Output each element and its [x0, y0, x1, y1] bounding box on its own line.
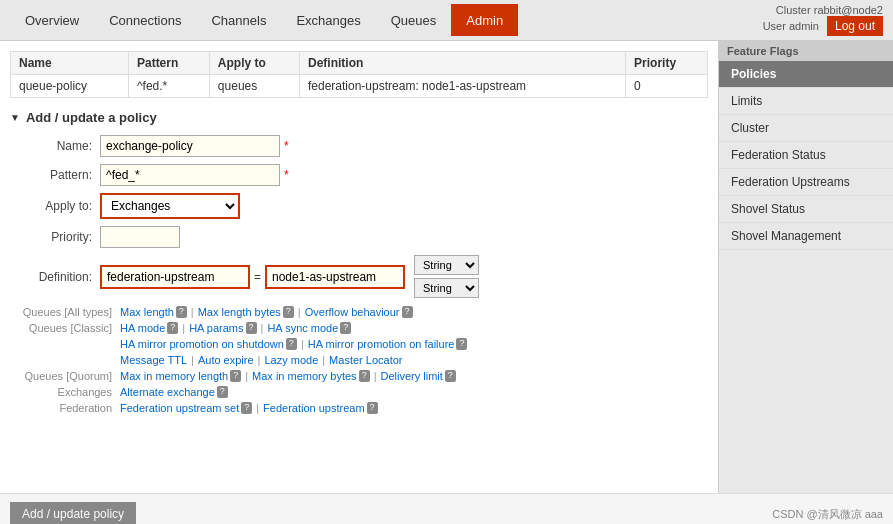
cell-priority: 0	[626, 75, 708, 98]
hint-max-in-memory-bytes[interactable]: Max in memory bytes	[252, 370, 357, 382]
hint-federation-upstream[interactable]: Federation upstream	[263, 402, 365, 414]
priority-row: Priority:	[10, 226, 708, 248]
hint-alternate-exchange[interactable]: Alternate exchange	[120, 386, 215, 398]
hint-cat-federation: Federation	[10, 402, 120, 414]
q-ha-params[interactable]: ?	[246, 322, 257, 334]
hint-links-classic-3: Message TTL | Auto expire | Lazy mode | …	[120, 354, 402, 366]
hint-row-quorum: Queues [Quorum] Max in memory length? | …	[10, 370, 708, 382]
hint-links-classic-2: HA mirror promotion on shutdown? | HA mi…	[120, 338, 467, 350]
hint-links-exchanges: Alternate exchange?	[120, 386, 228, 398]
sidebar-item-limits[interactable]: Limits	[719, 88, 893, 115]
hint-overflow-behaviour[interactable]: Overflow behaviour	[305, 306, 400, 318]
cell-definition: federation-upstream: node1-as-upstream	[300, 75, 626, 98]
name-input[interactable]	[100, 135, 280, 157]
sidebar-item-shovel-management[interactable]: Shovel Management	[719, 223, 893, 250]
col-pattern: Pattern	[128, 52, 209, 75]
tab-exchanges[interactable]: Exchanges	[281, 4, 375, 36]
tab-overview[interactable]: Overview	[10, 4, 94, 36]
hint-ha-mirror-failure[interactable]: HA mirror promotion on failure	[308, 338, 455, 350]
content-area: Name Pattern Apply to Definition Priorit…	[0, 41, 718, 493]
hint-row-federation: Federation Federation upstream set? | Fe…	[10, 402, 708, 414]
name-required: *	[284, 139, 289, 153]
col-priority: Priority	[626, 52, 708, 75]
pattern-input[interactable]	[100, 164, 280, 186]
main-layout: Name Pattern Apply to Definition Priorit…	[0, 41, 893, 493]
apply-to-label: Apply to:	[10, 199, 100, 213]
apply-to-row: Apply to: Exchanges Queues All	[10, 193, 708, 219]
cell-pattern: ^fed.*	[128, 75, 209, 98]
tab-admin[interactable]: Admin	[451, 4, 518, 36]
hint-ha-mode[interactable]: HA mode	[120, 322, 165, 334]
cell-name: queue-policy	[11, 75, 129, 98]
hint-auto-expire[interactable]: Auto expire	[198, 354, 254, 366]
hint-links-queues-all: Max length? | Max length bytes? | Overfl…	[120, 306, 413, 318]
hint-cat-classic: Queues [Classic]	[10, 322, 120, 334]
sidebar-item-policies[interactable]: Policies	[719, 61, 893, 88]
q-ha-mirror-failure[interactable]: ?	[456, 338, 467, 350]
top-bar: Overview Connections Channels Exchanges …	[0, 0, 893, 41]
definition-value-input[interactable]	[265, 265, 405, 289]
definition-label: Definition:	[10, 270, 100, 284]
col-definition: Definition	[300, 52, 626, 75]
cluster-info: Cluster rabbit@node2 User admin Log out	[763, 0, 883, 40]
hint-max-in-memory-length[interactable]: Max in memory length	[120, 370, 228, 382]
policy-table: Name Pattern Apply to Definition Priorit…	[10, 51, 708, 98]
user-info: User admin Log out	[763, 16, 883, 36]
hint-row-classic-1: Queues [Classic] HA mode? | HA params? |…	[10, 322, 708, 334]
hint-message-ttl[interactable]: Message TTL	[120, 354, 187, 366]
apply-to-select[interactable]: Exchanges Queues All	[100, 193, 240, 219]
col-applyto: Apply to	[209, 52, 299, 75]
hint-max-length-bytes[interactable]: Max length bytes	[198, 306, 281, 318]
hint-lazy-mode[interactable]: Lazy mode	[264, 354, 318, 366]
q-alternate-exchange[interactable]: ?	[217, 386, 228, 398]
hint-links-quorum: Max in memory length? | Max in memory by…	[120, 370, 456, 382]
q-ha-mirror-shutdown[interactable]: ?	[286, 338, 297, 350]
hint-max-length[interactable]: Max length	[120, 306, 174, 318]
col-name: Name	[11, 52, 129, 75]
q-overflow-behaviour[interactable]: ?	[402, 306, 413, 318]
hint-row-queues-all: Queues [All types] Max length? | Max len…	[10, 306, 708, 318]
hint-delivery-limit[interactable]: Delivery limit	[381, 370, 443, 382]
nav-tabs: Overview Connections Channels Exchanges …	[10, 4, 518, 36]
section-title: Add / update a policy	[26, 110, 157, 125]
q-max-in-memory-length[interactable]: ?	[230, 370, 241, 382]
hints-section: Queues [All types] Max length? | Max len…	[10, 306, 708, 414]
logout-button[interactable]: Log out	[827, 16, 883, 36]
definition-key-input[interactable]	[100, 265, 250, 289]
watermark: CSDN @清风微凉 aaa	[772, 507, 883, 522]
sidebar-item-cluster[interactable]: Cluster	[719, 115, 893, 142]
cell-applyto: queues	[209, 75, 299, 98]
sidebar-item-federation-status[interactable]: Federation Status	[719, 142, 893, 169]
q-max-length-bytes[interactable]: ?	[283, 306, 294, 318]
hint-ha-params[interactable]: HA params	[189, 322, 243, 334]
name-label: Name:	[10, 139, 100, 153]
q-ha-mode[interactable]: ?	[167, 322, 178, 334]
def-type-select-2[interactable]: String Number Boolean List	[414, 278, 479, 298]
sidebar-item-shovel-status[interactable]: Shovel Status	[719, 196, 893, 223]
bottom-bar: Add / update policy CSDN @清风微凉 aaa	[0, 493, 893, 524]
priority-label: Priority:	[10, 230, 100, 244]
cluster-name: Cluster rabbit@node2	[763, 4, 883, 16]
tab-channels[interactable]: Channels	[196, 4, 281, 36]
hint-ha-sync-mode[interactable]: HA sync mode	[267, 322, 338, 334]
q-delivery-limit[interactable]: ?	[445, 370, 456, 382]
hint-cat-quorum: Queues [Quorum]	[10, 370, 120, 382]
tab-connections[interactable]: Connections	[94, 4, 196, 36]
tab-queues[interactable]: Queues	[376, 4, 452, 36]
hint-federation-upstream-set[interactable]: Federation upstream set	[120, 402, 239, 414]
q-ha-sync-mode[interactable]: ?	[340, 322, 351, 334]
add-policy-button[interactable]: Add / update policy	[10, 502, 136, 524]
q-federation-upstream-set[interactable]: ?	[241, 402, 252, 414]
hint-master-locator[interactable]: Master Locator	[329, 354, 402, 366]
section-header[interactable]: ▼ Add / update a policy	[10, 110, 708, 125]
hint-links-federation: Federation upstream set? | Federation up…	[120, 402, 378, 414]
q-max-in-memory-bytes[interactable]: ?	[359, 370, 370, 382]
def-type-select-1[interactable]: String Number Boolean List	[414, 255, 479, 275]
sidebar-item-federation-upstreams[interactable]: Federation Upstreams	[719, 169, 893, 196]
hint-ha-mirror-shutdown[interactable]: HA mirror promotion on shutdown	[120, 338, 284, 350]
q-max-length[interactable]: ?	[176, 306, 187, 318]
q-federation-upstream[interactable]: ?	[367, 402, 378, 414]
priority-input[interactable]	[100, 226, 180, 248]
hint-row-exchanges: Exchanges Alternate exchange?	[10, 386, 708, 398]
sidebar-section-header: Feature Flags	[719, 41, 893, 61]
